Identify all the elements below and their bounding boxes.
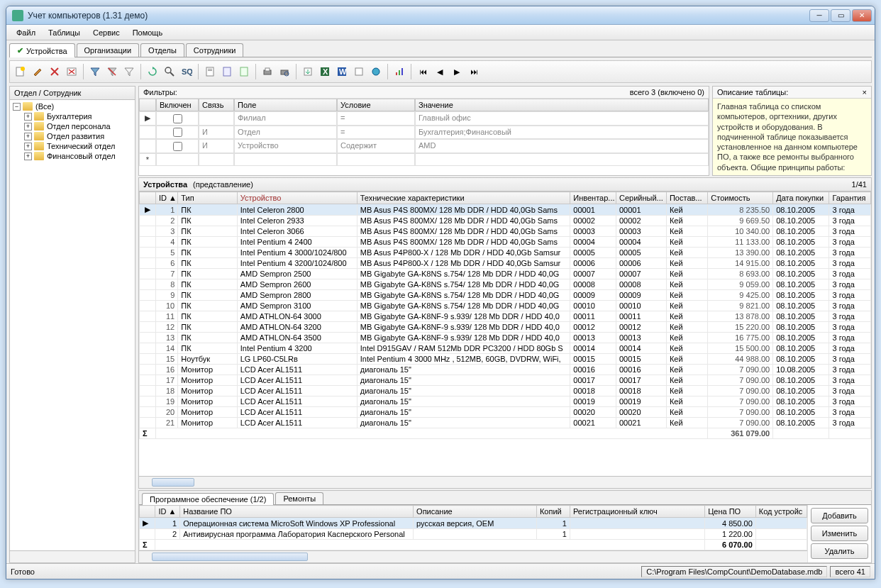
expand-icon[interactable]: + — [24, 143, 32, 150]
device-col-header[interactable]: Устройство — [237, 192, 357, 204]
table-row[interactable]: 6ПКIntel Pentium 4 3200/1024/800MB Asus … — [140, 258, 871, 269]
delete-icon[interactable] — [47, 64, 62, 79]
filter-relation[interactable]: И — [199, 126, 234, 140]
table-row[interactable]: 8ПКAMD Sempron 2600MB Gigabyte GA-K8NS s… — [140, 279, 871, 290]
sql-icon[interactable]: SQL — [179, 64, 194, 79]
expand-icon[interactable]: + — [24, 123, 32, 131]
software-col-header[interactable]: Описание — [414, 506, 537, 518]
delete-button[interactable]: Удалить — [811, 543, 868, 559]
table-row[interactable]: 7ПКAMD Sempron 2500MB Gigabyte GA-K8NS s… — [140, 269, 871, 279]
collapse-icon[interactable]: − — [13, 103, 21, 111]
print-icon[interactable] — [260, 64, 275, 79]
software-col-header[interactable] — [140, 506, 155, 518]
filter-relation[interactable] — [199, 153, 234, 166]
table-row[interactable]: 18МониторLCD Acer AL1511диагональ 15"000… — [140, 386, 871, 396]
filter-col-header[interactable]: Связь — [199, 99, 234, 111]
software-col-header[interactable]: Цена ПО — [705, 506, 756, 518]
device-col-header[interactable]: Тип — [178, 192, 237, 204]
table-row[interactable]: 5ПКIntel Pentium 4 3000/1024/800MB Asus … — [140, 248, 871, 258]
device-col-header[interactable]: Дата покупки — [773, 192, 829, 204]
delete-all-icon[interactable] — [64, 64, 79, 79]
ie-icon[interactable] — [368, 64, 384, 79]
export-icon[interactable] — [300, 64, 316, 79]
excel-icon[interactable]: X — [317, 64, 333, 79]
nav-prev-icon[interactable]: ◀ — [432, 64, 448, 79]
filter-icon[interactable] — [87, 64, 103, 79]
table-row[interactable]: 20МониторLCD Acer AL1511диагональ 15"000… — [140, 407, 871, 418]
table-row[interactable]: 16МониторLCD Acer AL1511диагональ 15"000… — [140, 365, 871, 375]
table-row[interactable]: ▶1ПКIntel Celeron 2800MB Asus P4S 800MX/… — [140, 204, 871, 216]
close-button[interactable]: ✕ — [852, 9, 872, 22]
report3-icon[interactable] — [236, 64, 252, 79]
filter-field[interactable]: Отдел — [234, 126, 337, 140]
device-col-header[interactable] — [140, 192, 156, 204]
filter-value[interactable] — [415, 153, 709, 166]
table-row[interactable]: 14ПКIntel Pentium 4 3200Intel D915GAV / … — [140, 343, 871, 354]
edit-icon[interactable] — [30, 64, 45, 79]
table-row[interactable]: ▶1Операционная система MicroSoft Windows… — [140, 518, 807, 529]
devices-grid[interactable]: ID ▲ТипУстройствоТехнические характерист… — [139, 192, 871, 439]
table-row[interactable]: 15НоутбукLG LP60-C5LRвIntel Pentium 4 30… — [140, 354, 871, 365]
device-col-header[interactable]: Гарантия — [829, 192, 871, 204]
titlebar[interactable]: Учет компьютеров (1.31 демо) ─ ▭ ✕ — [6, 6, 875, 25]
tab-orgs[interactable]: Организации — [77, 43, 140, 57]
filter-condition[interactable]: = — [337, 111, 415, 126]
device-col-header[interactable]: Технические характеристики — [357, 192, 570, 204]
tree-item[interactable]: +Отдел развития — [11, 131, 133, 141]
chart-icon[interactable] — [392, 64, 407, 79]
table-row[interactable]: 9ПКAMD Sempron 2800MB Gigabyte GA-K8NS s… — [140, 290, 871, 301]
menu-help[interactable]: Помощь — [127, 27, 169, 38]
expand-icon[interactable]: + — [24, 113, 32, 121]
table-row[interactable]: 4ПКIntel Pentium 4 2400MB Asus P4S 800MX… — [140, 237, 871, 248]
table-row[interactable]: 3ПКIntel Celeron 3066MB Asus P4S 800MX/ … — [140, 226, 871, 237]
software-col-header[interactable]: ID ▲ — [155, 506, 180, 518]
sub-tab-repairs[interactable]: Ремонты — [275, 492, 323, 504]
filter-enabled[interactable] — [156, 153, 199, 166]
minimize-button[interactable]: ─ — [809, 9, 829, 22]
filter-field[interactable]: Филиал — [234, 111, 337, 126]
table-row[interactable]: 10ПКAMD Sempron 3100MB Gigabyte GA-K8NS … — [140, 301, 871, 311]
tree-item[interactable]: +Финансовый отдел — [11, 151, 133, 161]
filter-field[interactable] — [234, 153, 337, 166]
tree-item[interactable]: +Отдел персонала — [11, 121, 133, 131]
report2-icon[interactable] — [219, 64, 235, 79]
new-icon[interactable] — [13, 64, 28, 79]
table-row[interactable]: 17МониторLCD Acer AL1511диагональ 15"000… — [140, 375, 871, 386]
filter-condition[interactable]: Содержит — [337, 139, 415, 153]
html-icon[interactable] — [351, 64, 367, 79]
device-col-header[interactable]: Инвентар... — [570, 192, 616, 204]
report-icon[interactable] — [202, 64, 218, 79]
table-row[interactable]: 2ПКIntel Celeron 2933MB Asus P4S 800MX/ … — [140, 216, 871, 226]
filter-condition[interactable] — [337, 153, 415, 166]
menu-file[interactable]: Файл — [11, 27, 41, 38]
software-col-header[interactable]: Копий — [536, 506, 570, 518]
expand-icon[interactable]: + — [24, 133, 32, 140]
table-row[interactable]: 11ПКAMD ATHLON-64 3000MB Gigabyte GA-K8N… — [140, 311, 871, 322]
device-col-header[interactable]: Стоимость — [708, 192, 773, 204]
table-row[interactable]: 19МониторLCD Acer AL1511диагональ 15"000… — [140, 396, 871, 407]
filter-enabled[interactable] — [156, 126, 199, 140]
software-hscroll[interactable] — [139, 550, 807, 562]
filters-grid[interactable]: ВключенСвязьПолеУсловиеЗначение▶Филиал=Г… — [139, 99, 709, 166]
filter-col-header[interactable]: Условие — [337, 99, 415, 111]
software-col-header[interactable]: Код устройс — [755, 506, 807, 518]
tree-hscroll[interactable] — [10, 550, 135, 562]
maximize-button[interactable]: ▭ — [831, 9, 850, 22]
sub-tab-software[interactable]: Программное обеспечение (1/2) — [142, 493, 274, 505]
filter-col-header[interactable]: Включен — [156, 99, 199, 111]
filter-relation[interactable] — [199, 111, 234, 126]
nav-first-icon[interactable]: ⏮ — [415, 64, 431, 79]
table-row[interactable]: 21МониторLCD Acer AL1511диагональ 15"000… — [140, 418, 871, 428]
menu-tables[interactable]: Таблицы — [43, 27, 86, 38]
dept-tree[interactable]: −(Все) +Бухгалтерия+Отдел персонала+Отде… — [10, 100, 135, 550]
filter-value[interactable]: AMD — [415, 139, 709, 153]
filter-relation[interactable]: И — [199, 139, 234, 153]
find-icon[interactable] — [162, 64, 177, 79]
device-col-header[interactable]: Постав... — [666, 192, 707, 204]
filter-col-header[interactable] — [139, 99, 156, 111]
nav-last-icon[interactable]: ⏭ — [466, 64, 482, 79]
print-preview-icon[interactable] — [277, 64, 292, 79]
software-col-header[interactable]: Регистрационный ключ — [570, 506, 704, 518]
menu-service[interactable]: Сервис — [87, 27, 126, 38]
expand-icon[interactable]: + — [24, 152, 32, 160]
